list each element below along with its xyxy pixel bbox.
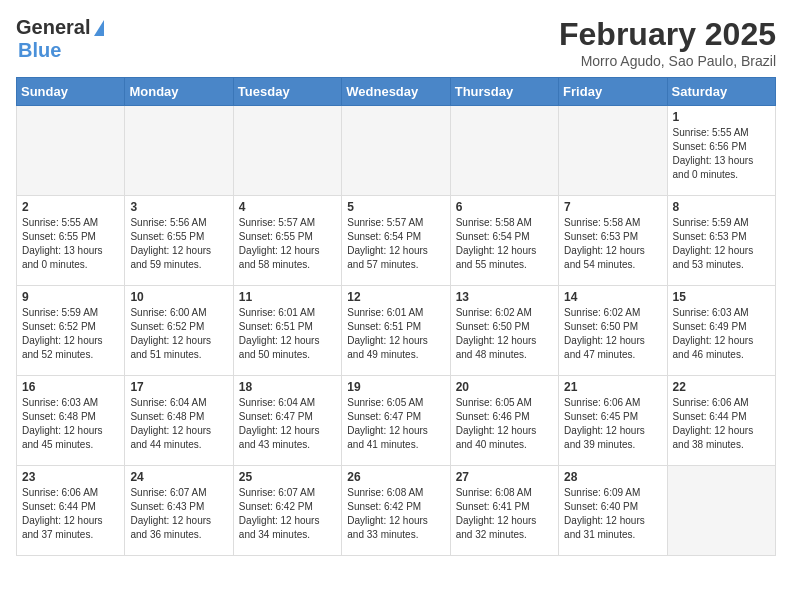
calendar-cell: 25Sunrise: 6:07 AM Sunset: 6:42 PM Dayli… — [233, 466, 341, 556]
weekday-header-sunday: Sunday — [17, 78, 125, 106]
day-detail: Sunrise: 6:08 AM Sunset: 6:41 PM Dayligh… — [456, 486, 553, 542]
day-detail: Sunrise: 5:57 AM Sunset: 6:55 PM Dayligh… — [239, 216, 336, 272]
calendar-header: SundayMondayTuesdayWednesdayThursdayFrid… — [17, 78, 776, 106]
week-row-4: 16Sunrise: 6:03 AM Sunset: 6:48 PM Dayli… — [17, 376, 776, 466]
day-number: 1 — [673, 110, 770, 124]
weekday-row: SundayMondayTuesdayWednesdayThursdayFrid… — [17, 78, 776, 106]
day-number: 21 — [564, 380, 661, 394]
calendar-cell — [233, 106, 341, 196]
weekday-header-monday: Monday — [125, 78, 233, 106]
day-number: 6 — [456, 200, 553, 214]
month-title: February 2025 — [559, 16, 776, 53]
weekday-header-wednesday: Wednesday — [342, 78, 450, 106]
week-row-2: 2Sunrise: 5:55 AM Sunset: 6:55 PM Daylig… — [17, 196, 776, 286]
day-detail: Sunrise: 6:06 AM Sunset: 6:45 PM Dayligh… — [564, 396, 661, 452]
day-number: 13 — [456, 290, 553, 304]
calendar-cell: 20Sunrise: 6:05 AM Sunset: 6:46 PM Dayli… — [450, 376, 558, 466]
calendar-cell: 13Sunrise: 6:02 AM Sunset: 6:50 PM Dayli… — [450, 286, 558, 376]
calendar-cell: 3Sunrise: 5:56 AM Sunset: 6:55 PM Daylig… — [125, 196, 233, 286]
day-number: 11 — [239, 290, 336, 304]
day-number: 2 — [22, 200, 119, 214]
day-number: 8 — [673, 200, 770, 214]
calendar-cell: 18Sunrise: 6:04 AM Sunset: 6:47 PM Dayli… — [233, 376, 341, 466]
logo-blue-text: Blue — [18, 39, 61, 61]
location: Morro Agudo, Sao Paulo, Brazil — [559, 53, 776, 69]
calendar-cell: 16Sunrise: 6:03 AM Sunset: 6:48 PM Dayli… — [17, 376, 125, 466]
day-detail: Sunrise: 5:56 AM Sunset: 6:55 PM Dayligh… — [130, 216, 227, 272]
day-number: 20 — [456, 380, 553, 394]
day-detail: Sunrise: 6:05 AM Sunset: 6:46 PM Dayligh… — [456, 396, 553, 452]
calendar-cell: 8Sunrise: 5:59 AM Sunset: 6:53 PM Daylig… — [667, 196, 775, 286]
calendar-cell: 19Sunrise: 6:05 AM Sunset: 6:47 PM Dayli… — [342, 376, 450, 466]
calendar-cell: 22Sunrise: 6:06 AM Sunset: 6:44 PM Dayli… — [667, 376, 775, 466]
day-detail: Sunrise: 6:04 AM Sunset: 6:48 PM Dayligh… — [130, 396, 227, 452]
calendar-cell: 11Sunrise: 6:01 AM Sunset: 6:51 PM Dayli… — [233, 286, 341, 376]
calendar-cell: 9Sunrise: 5:59 AM Sunset: 6:52 PM Daylig… — [17, 286, 125, 376]
day-detail: Sunrise: 5:55 AM Sunset: 6:55 PM Dayligh… — [22, 216, 119, 272]
day-detail: Sunrise: 6:09 AM Sunset: 6:40 PM Dayligh… — [564, 486, 661, 542]
day-number: 24 — [130, 470, 227, 484]
day-detail: Sunrise: 6:06 AM Sunset: 6:44 PM Dayligh… — [22, 486, 119, 542]
calendar-cell — [667, 466, 775, 556]
day-number: 14 — [564, 290, 661, 304]
calendar-cell: 4Sunrise: 5:57 AM Sunset: 6:55 PM Daylig… — [233, 196, 341, 286]
day-number: 16 — [22, 380, 119, 394]
weekday-header-thursday: Thursday — [450, 78, 558, 106]
calendar-cell: 12Sunrise: 6:01 AM Sunset: 6:51 PM Dayli… — [342, 286, 450, 376]
week-row-1: 1Sunrise: 5:55 AM Sunset: 6:56 PM Daylig… — [17, 106, 776, 196]
calendar-cell: 2Sunrise: 5:55 AM Sunset: 6:55 PM Daylig… — [17, 196, 125, 286]
calendar-cell: 23Sunrise: 6:06 AM Sunset: 6:44 PM Dayli… — [17, 466, 125, 556]
day-number: 15 — [673, 290, 770, 304]
logo-triangle-icon — [94, 20, 104, 36]
day-detail: Sunrise: 6:00 AM Sunset: 6:52 PM Dayligh… — [130, 306, 227, 362]
calendar-cell: 10Sunrise: 6:00 AM Sunset: 6:52 PM Dayli… — [125, 286, 233, 376]
weekday-header-friday: Friday — [559, 78, 667, 106]
day-detail: Sunrise: 6:03 AM Sunset: 6:49 PM Dayligh… — [673, 306, 770, 362]
day-detail: Sunrise: 6:02 AM Sunset: 6:50 PM Dayligh… — [456, 306, 553, 362]
day-detail: Sunrise: 6:01 AM Sunset: 6:51 PM Dayligh… — [347, 306, 444, 362]
title-block: February 2025 Morro Agudo, Sao Paulo, Br… — [559, 16, 776, 69]
calendar-cell: 24Sunrise: 6:07 AM Sunset: 6:43 PM Dayli… — [125, 466, 233, 556]
day-number: 4 — [239, 200, 336, 214]
day-number: 5 — [347, 200, 444, 214]
day-detail: Sunrise: 6:02 AM Sunset: 6:50 PM Dayligh… — [564, 306, 661, 362]
day-detail: Sunrise: 5:58 AM Sunset: 6:54 PM Dayligh… — [456, 216, 553, 272]
day-detail: Sunrise: 6:01 AM Sunset: 6:51 PM Dayligh… — [239, 306, 336, 362]
calendar-body: 1Sunrise: 5:55 AM Sunset: 6:56 PM Daylig… — [17, 106, 776, 556]
day-number: 18 — [239, 380, 336, 394]
day-detail: Sunrise: 5:55 AM Sunset: 6:56 PM Dayligh… — [673, 126, 770, 182]
day-detail: Sunrise: 6:04 AM Sunset: 6:47 PM Dayligh… — [239, 396, 336, 452]
week-row-3: 9Sunrise: 5:59 AM Sunset: 6:52 PM Daylig… — [17, 286, 776, 376]
day-detail: Sunrise: 6:08 AM Sunset: 6:42 PM Dayligh… — [347, 486, 444, 542]
page-header: General Blue February 2025 Morro Agudo, … — [16, 16, 776, 69]
calendar-cell — [342, 106, 450, 196]
day-detail: Sunrise: 6:05 AM Sunset: 6:47 PM Dayligh… — [347, 396, 444, 452]
day-detail: Sunrise: 5:59 AM Sunset: 6:53 PM Dayligh… — [673, 216, 770, 272]
calendar-cell: 28Sunrise: 6:09 AM Sunset: 6:40 PM Dayli… — [559, 466, 667, 556]
day-number: 10 — [130, 290, 227, 304]
day-number: 3 — [130, 200, 227, 214]
calendar-cell: 6Sunrise: 5:58 AM Sunset: 6:54 PM Daylig… — [450, 196, 558, 286]
calendar-cell: 27Sunrise: 6:08 AM Sunset: 6:41 PM Dayli… — [450, 466, 558, 556]
day-number: 7 — [564, 200, 661, 214]
day-detail: Sunrise: 6:07 AM Sunset: 6:42 PM Dayligh… — [239, 486, 336, 542]
day-number: 19 — [347, 380, 444, 394]
day-detail: Sunrise: 6:07 AM Sunset: 6:43 PM Dayligh… — [130, 486, 227, 542]
weekday-header-saturday: Saturday — [667, 78, 775, 106]
calendar-cell: 7Sunrise: 5:58 AM Sunset: 6:53 PM Daylig… — [559, 196, 667, 286]
day-number: 22 — [673, 380, 770, 394]
calendar-table: SundayMondayTuesdayWednesdayThursdayFrid… — [16, 77, 776, 556]
calendar-cell — [125, 106, 233, 196]
day-number: 28 — [564, 470, 661, 484]
week-row-5: 23Sunrise: 6:06 AM Sunset: 6:44 PM Dayli… — [17, 466, 776, 556]
day-detail: Sunrise: 5:59 AM Sunset: 6:52 PM Dayligh… — [22, 306, 119, 362]
calendar-cell: 14Sunrise: 6:02 AM Sunset: 6:50 PM Dayli… — [559, 286, 667, 376]
logo-general-text: General — [16, 16, 90, 39]
day-number: 26 — [347, 470, 444, 484]
day-number: 12 — [347, 290, 444, 304]
calendar-cell: 21Sunrise: 6:06 AM Sunset: 6:45 PM Dayli… — [559, 376, 667, 466]
calendar-cell: 15Sunrise: 6:03 AM Sunset: 6:49 PM Dayli… — [667, 286, 775, 376]
calendar-cell — [450, 106, 558, 196]
day-number: 17 — [130, 380, 227, 394]
day-detail: Sunrise: 6:03 AM Sunset: 6:48 PM Dayligh… — [22, 396, 119, 452]
